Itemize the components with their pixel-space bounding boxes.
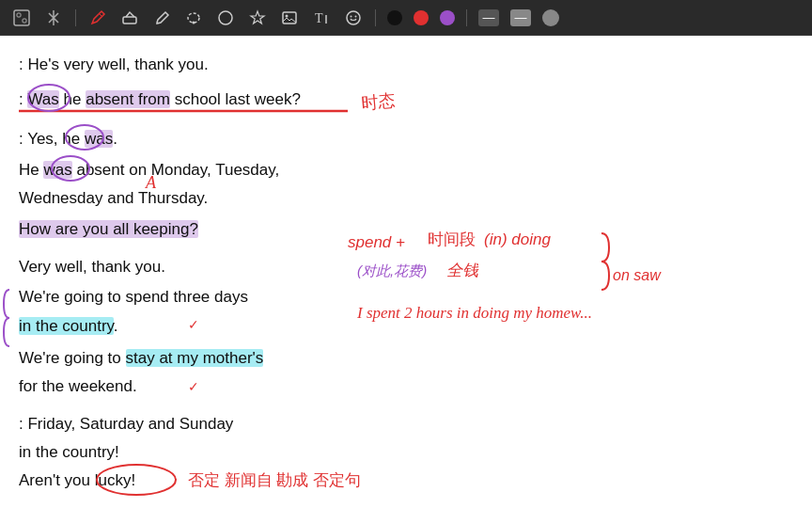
line-14: Aren't you lucky! bbox=[19, 468, 135, 493]
text-content: : He's very well, thank you. : Was he ab… bbox=[0, 36, 812, 508]
dash-button[interactable]: — bbox=[510, 9, 531, 26]
line-8: We're going to spend three days bbox=[19, 285, 248, 310]
highlight-stay: stay at my mother's bbox=[126, 349, 264, 367]
lasso-icon[interactable] bbox=[183, 8, 204, 28]
shape-circle-icon[interactable] bbox=[215, 8, 236, 28]
line-13: in the country! bbox=[19, 440, 119, 465]
line-11: for the weekend. bbox=[19, 374, 137, 399]
highlight-was-1: Was bbox=[27, 90, 58, 108]
svg-point-12 bbox=[351, 15, 352, 17]
highlight-how: How are you all keeping? bbox=[19, 220, 198, 238]
line-2: : Was he absent from school last week? bbox=[19, 87, 301, 112]
toolbar-separator-2 bbox=[375, 9, 376, 26]
line-4: He was absent on Monday, Tuesday, bbox=[19, 158, 279, 183]
line-12: : Friday, Saturday and Sunday bbox=[19, 412, 233, 437]
bluetooth-icon[interactable] bbox=[43, 8, 64, 28]
svg-rect-2 bbox=[23, 19, 26, 23]
color-black[interactable] bbox=[387, 10, 402, 25]
toolbar-separator-1 bbox=[75, 9, 76, 26]
text-tool-icon[interactable]: T bbox=[311, 8, 332, 28]
color-purple[interactable] bbox=[440, 10, 455, 25]
svg-rect-1 bbox=[17, 13, 21, 17]
whiteboard: : He's very well, thank you. : Was he ab… bbox=[0, 36, 812, 508]
highlight-absent: absent from bbox=[86, 90, 170, 108]
line-7: Very well, thank you. bbox=[19, 255, 165, 279]
highlight-was-2: was bbox=[85, 130, 113, 148]
pencil-icon[interactable] bbox=[151, 8, 172, 28]
line-10: We're going to stay at my mother's bbox=[19, 346, 263, 371]
svg-rect-0 bbox=[14, 10, 29, 25]
line-5: Wednesday and Thursday. bbox=[19, 186, 208, 211]
screenshot-icon[interactable] bbox=[11, 8, 32, 28]
svg-point-5 bbox=[193, 21, 195, 24]
svg-point-8 bbox=[286, 14, 289, 17]
color-red[interactable] bbox=[414, 10, 429, 25]
minimize-button[interactable]: — bbox=[478, 9, 499, 26]
toolbar-separator-3 bbox=[466, 9, 467, 26]
svg-point-6 bbox=[219, 11, 232, 24]
sticker-icon[interactable] bbox=[343, 8, 364, 28]
image-icon[interactable] bbox=[279, 8, 300, 28]
svg-rect-7 bbox=[283, 12, 296, 24]
svg-rect-3 bbox=[123, 17, 136, 24]
pen-icon[interactable] bbox=[87, 8, 108, 28]
line-6: How are you all keeping? bbox=[19, 217, 198, 242]
toolbar: T — — bbox=[0, 0, 812, 36]
line-3: : Yes, he was. bbox=[19, 127, 117, 151]
line-1: : He's very well, thank you. bbox=[19, 53, 209, 77]
close-button[interactable] bbox=[542, 9, 559, 26]
highlight-was-3: was bbox=[43, 161, 71, 179]
svg-point-13 bbox=[355, 15, 357, 17]
screen: T — — : He's very well, thank you bbox=[0, 0, 812, 508]
svg-point-11 bbox=[347, 11, 360, 24]
line-9: in the country. bbox=[19, 314, 118, 339]
eraser-icon[interactable] bbox=[119, 8, 140, 28]
star-icon[interactable] bbox=[247, 8, 268, 28]
svg-text:T: T bbox=[315, 11, 323, 25]
highlight-country: in the country bbox=[19, 317, 114, 335]
